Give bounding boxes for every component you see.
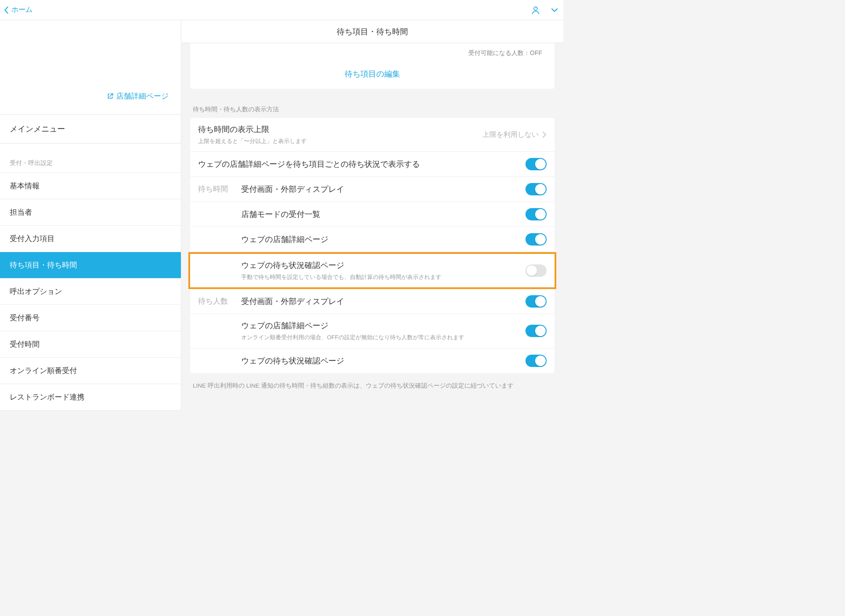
- topbar: ホーム: [0, 0, 563, 20]
- row-body: ウェブの待ち状況確認ページ: [241, 356, 525, 366]
- row-tail: [525, 233, 547, 246]
- sidebar-item-label: 受付番号: [10, 314, 40, 322]
- toggle-switch[interactable]: [525, 325, 547, 337]
- chevron-right-icon: [542, 131, 547, 138]
- row-tail: [525, 208, 547, 220]
- bottom-note: LINE 呼出利用時の LINE 通知の待ち時間・待ち組数の表示は、ウェブの待ち…: [190, 377, 555, 390]
- row-title: ウェブの店舗詳細ページを待ち項目ごとの待ち状況で表示する: [198, 159, 525, 169]
- row-tail: 上限を利用しない: [482, 130, 547, 139]
- setting-row: 店舗モードの受付一覧: [190, 202, 555, 227]
- toggle-switch[interactable]: [525, 264, 547, 277]
- toggle-knob: [535, 159, 546, 169]
- setting-row: ウェブの店舗詳細ページ: [190, 227, 555, 252]
- toggle-switch[interactable]: [525, 295, 547, 308]
- sidebar-item[interactable]: オンライン順番受付: [0, 358, 181, 384]
- toggle-switch[interactable]: [525, 208, 547, 220]
- sidebar-item-label: 担当者: [10, 208, 32, 216]
- back-button[interactable]: ホーム: [4, 5, 33, 15]
- row-tail: [525, 158, 547, 170]
- setting-row: ウェブの店舗詳細ページオンライン順番受付利用の場合、OFFの設定が無効になり待ち…: [190, 314, 555, 348]
- toggle-knob: [526, 265, 537, 276]
- row-body: 待ち時間の表示上限上限を超えると「〜分以上」と表示します: [198, 124, 482, 145]
- store-header-block: 店舗詳細ページ: [0, 20, 181, 115]
- card-top: 受付可能になる人数：OFF 待ち項目の編集: [190, 43, 555, 89]
- toggle-knob: [535, 356, 546, 366]
- sidebar-item[interactable]: 呼出オプション: [0, 279, 181, 305]
- sidebar-item-label: 受付時間: [10, 340, 40, 348]
- setting-row: 待ち時間受付画面・外部ディスプレイ: [190, 177, 555, 202]
- row-title: ウェブの店舗詳細ページ: [241, 320, 525, 331]
- headcount-text: 受付可能になる人数：OFF: [190, 45, 555, 61]
- sidebar-item-label: 受付入力項目: [10, 235, 55, 243]
- row-body: 受付画面・外部ディスプレイ: [241, 296, 525, 307]
- sidebar-item-label: 呼出オプション: [10, 287, 62, 296]
- row-subtext: オンライン順番受付利用の場合、OFFの設定が無効になり待ち人数が常に表示されます: [241, 334, 525, 341]
- row-title: 待ち時間の表示上限: [198, 124, 482, 135]
- row-tail: [525, 325, 547, 337]
- row-prefix: [198, 355, 241, 356]
- row-title: 店舗モードの受付一覧: [241, 209, 525, 220]
- row-prefix: 待ち人数: [198, 295, 241, 306]
- row-tail-text: 上限を利用しない: [482, 130, 539, 139]
- setting-row[interactable]: 待ち時間の表示上限上限を超えると「〜分以上」と表示します上限を利用しない: [190, 118, 555, 152]
- sidebar-item-label: レストランボード連携: [10, 393, 84, 401]
- row-body: 受付画面・外部ディスプレイ: [241, 184, 525, 194]
- row-subtext: 手動で待ち時間を設定している場合でも、自動計算の待ち時間が表示されます: [241, 273, 525, 281]
- sidebar-item[interactable]: 待ち項目・待ち時間: [0, 252, 181, 279]
- store-detail-link[interactable]: 店舗詳細ページ: [107, 91, 169, 101]
- sidebar-item[interactable]: 受付番号: [0, 305, 181, 331]
- user-icon[interactable]: [531, 5, 540, 15]
- toggle-knob: [535, 184, 546, 194]
- setting-row: ウェブの待ち状況確認ページ手動で待ち時間を設定している場合でも、自動計算の待ち時…: [188, 252, 556, 289]
- toggle-switch[interactable]: [525, 233, 547, 246]
- row-tail: [525, 355, 547, 367]
- group-label: 待ち時間・待ち人数の表示方法: [190, 92, 555, 118]
- sidebar: 店舗詳細ページ メインメニュー 受付・呼出設定 基本情報担当者受付入力項目待ち項…: [0, 20, 181, 411]
- row-subtext: 上限を超えると「〜分以上」と表示します: [198, 137, 482, 145]
- sidebar-item[interactable]: レストランボード連携: [0, 384, 181, 411]
- setting-row: ウェブの店舗詳細ページを待ち項目ごとの待ち状況で表示する: [190, 152, 555, 177]
- page-title: 待ち項目・待ち時間: [181, 20, 563, 43]
- chevron-left-icon: [4, 6, 9, 14]
- sidebar-item-label: 待ち項目・待ち時間: [10, 261, 77, 269]
- row-title: 受付画面・外部ディスプレイ: [241, 184, 525, 194]
- back-label: ホーム: [11, 5, 33, 15]
- store-detail-link-label: 店舗詳細ページ: [116, 91, 169, 101]
- main-panel: 待ち項目・待ち時間 受付可能になる人数：OFF 待ち項目の編集 待ち時間・待ち人…: [181, 20, 563, 411]
- toggle-switch[interactable]: [525, 183, 547, 195]
- row-tail: [525, 295, 547, 308]
- row-body: ウェブの店舗詳細ページ: [241, 234, 525, 245]
- row-tail: [525, 264, 547, 277]
- external-link-icon: [107, 93, 114, 99]
- row-prefix: [198, 320, 241, 321]
- main-menu-item[interactable]: メインメニュー: [0, 115, 181, 143]
- setting-row: 待ち人数受付画面・外部ディスプレイ: [190, 289, 555, 314]
- setting-row: ウェブの待ち状況確認ページ: [190, 348, 555, 373]
- row-prefix: [198, 260, 241, 261]
- toggle-switch[interactable]: [525, 355, 547, 367]
- settings-card: 待ち時間の表示上限上限を超えると「〜分以上」と表示します上限を利用しないウェブの…: [190, 118, 555, 373]
- sidebar-section-caption: 受付・呼出設定: [0, 143, 181, 173]
- sidebar-item[interactable]: 受付入力項目: [0, 226, 181, 252]
- row-body: ウェブの待ち状況確認ページ手動で待ち時間を設定している場合でも、自動計算の待ち時…: [241, 260, 525, 281]
- toggle-switch[interactable]: [525, 158, 547, 170]
- sidebar-item[interactable]: 受付時間: [0, 331, 181, 358]
- sidebar-item[interactable]: 基本情報: [0, 173, 181, 199]
- row-title: ウェブの待ち状況確認ページ: [241, 260, 525, 271]
- svg-point-0: [534, 7, 537, 10]
- toggle-knob: [535, 326, 546, 336]
- row-prefix: [198, 208, 241, 209]
- edit-items-link[interactable]: 待ち項目の編集: [190, 61, 555, 89]
- toggle-knob: [535, 296, 546, 307]
- row-tail: [525, 183, 547, 195]
- chevron-down-icon[interactable]: [551, 7, 558, 13]
- row-prefix: 待ち時間: [198, 183, 241, 194]
- row-prefix: [198, 233, 241, 234]
- toggle-knob: [535, 234, 546, 245]
- row-body: ウェブの店舗詳細ページオンライン順番受付利用の場合、OFFの設定が無効になり待ち…: [241, 320, 525, 341]
- main-menu-label: メインメニュー: [10, 125, 65, 133]
- toggle-knob: [535, 209, 546, 220]
- row-body: ウェブの店舗詳細ページを待ち項目ごとの待ち状況で表示する: [198, 159, 525, 169]
- row-body: 店舗モードの受付一覧: [241, 209, 525, 220]
- sidebar-item[interactable]: 担当者: [0, 199, 181, 226]
